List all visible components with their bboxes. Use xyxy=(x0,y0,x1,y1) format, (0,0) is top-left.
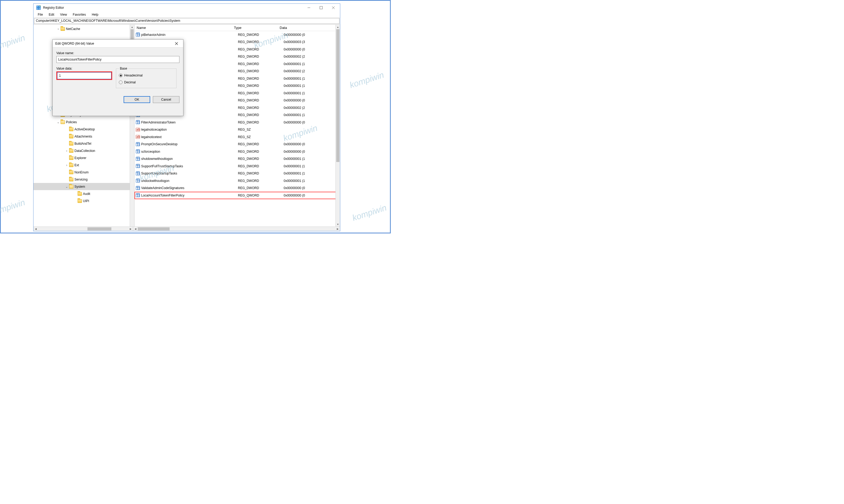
tree-item[interactable]: BuildAndTel xyxy=(34,140,134,147)
titlebar[interactable]: Registry Editor xyxy=(34,4,340,12)
tree-item[interactable]: ›Ext xyxy=(34,161,134,168)
tree-item[interactable]: Audit xyxy=(34,190,134,197)
svg-text:110: 110 xyxy=(136,121,140,125)
tree-item[interactable]: ›DataCollection xyxy=(34,147,134,154)
reg-sz-icon: ab xyxy=(136,127,140,132)
value-type: REG_SZ xyxy=(238,128,283,131)
value-data-label: Value data: xyxy=(56,67,112,70)
chevron-down-icon[interactable]: ⌄ xyxy=(65,185,69,188)
col-type[interactable]: Type xyxy=(233,26,279,30)
svg-rect-4 xyxy=(39,8,40,10)
value-type: REG_DWORD xyxy=(238,172,283,175)
menu-view[interactable]: View xyxy=(57,12,70,17)
value-data-input[interactable] xyxy=(57,72,111,79)
svg-text:ab: ab xyxy=(136,128,140,131)
registry-value-row[interactable]: 011110ValidateAdminCodeSignaturesREG_DWO… xyxy=(135,184,340,192)
scroll-left-icon[interactable]: ◀ xyxy=(34,227,38,231)
value-type: REG_DWORD xyxy=(238,55,283,58)
radio-hexadecimal[interactable]: Hexadecimal xyxy=(119,72,174,79)
scroll-thumb[interactable] xyxy=(87,227,111,231)
tree-item-label: Attachments xyxy=(74,134,92,138)
close-button[interactable] xyxy=(327,4,340,12)
value-type: REG_DWORD xyxy=(238,77,283,80)
tree-item[interactable]: ActiveDesktop xyxy=(34,126,134,133)
list-vertical-scrollbar[interactable]: ▲ ▼ xyxy=(335,25,340,227)
registry-value-row[interactable]: ablegalnoticetextREG_SZ xyxy=(135,133,340,141)
tree-item[interactable]: UIPI xyxy=(34,197,134,204)
menu-help[interactable]: Help xyxy=(89,12,101,17)
address-bar[interactable]: Computer\HKEY_LOCAL_MACHINE\SOFTWARE\Mic… xyxy=(34,18,340,24)
scroll-up-icon[interactable]: ▲ xyxy=(130,25,134,29)
tree-item-label: Audit xyxy=(83,192,90,196)
registry-value-row[interactable]: 011110FilterAdministratorTokenREG_DWORD0… xyxy=(135,119,340,126)
chevron-right-icon[interactable]: › xyxy=(65,163,69,167)
svg-text:110: 110 xyxy=(136,194,140,198)
value-type: REG_DWORD xyxy=(238,113,283,117)
tree-item[interactable]: Explorer xyxy=(34,154,134,161)
dialog-titlebar[interactable]: Edit QWORD (64-bit) Value xyxy=(53,39,183,48)
chevron-down-icon[interactable]: ⌄ xyxy=(56,120,60,124)
value-type: REG_DWORD xyxy=(238,186,283,190)
regedit-app-icon xyxy=(36,5,41,10)
value-type: REG_SZ xyxy=(238,135,283,139)
value-type: REG_DWORD xyxy=(238,121,283,124)
registry-value-row[interactable]: 011110ptBehaviorAdminREG_DWORD0x00000000… xyxy=(135,31,340,38)
scroll-right-icon[interactable]: ▶ xyxy=(335,227,340,231)
registry-value-row[interactable]: 011110PromptOnSecureDesktopREG_DWORD0x00… xyxy=(135,141,340,148)
maximize-button[interactable] xyxy=(315,4,327,12)
value-name: FilterAdministratorToken xyxy=(141,121,238,124)
value-data: 0x00000001 (1 xyxy=(283,77,340,80)
scroll-right-icon[interactable]: ▶ xyxy=(128,227,133,231)
value-name: ptBehaviorAdmin xyxy=(141,33,238,37)
folder-icon xyxy=(61,120,65,124)
value-data-highlight xyxy=(56,71,112,80)
horizontal-scrollbar[interactable]: ◀ ▶ ◀ ▶ xyxy=(34,227,340,231)
registry-value-row[interactable]: 011110undockwithoutlogonREG_DWORD0x00000… xyxy=(135,177,340,184)
radio-decimal[interactable]: Decimal xyxy=(119,79,174,86)
scroll-thumb[interactable] xyxy=(336,29,340,162)
value-data: 0x00000001 (1 xyxy=(283,157,340,161)
registry-value-row[interactable]: 011110scforceoptionREG_DWORD0x00000000 (… xyxy=(135,148,340,155)
value-name-input[interactable] xyxy=(56,56,179,63)
tree-item[interactable]: ⌄System xyxy=(34,183,134,190)
scroll-up-icon[interactable]: ▲ xyxy=(336,25,340,29)
reg-dword-icon: 011110 xyxy=(136,171,140,176)
value-type: REG_DWORD xyxy=(238,157,283,161)
value-type: REG_DWORD xyxy=(238,150,283,154)
menu-file[interactable]: File xyxy=(35,12,46,17)
value-name: legalnoticetext xyxy=(141,135,238,139)
list-header[interactable]: Name Type Data xyxy=(135,25,340,31)
col-data[interactable]: Data xyxy=(279,26,340,30)
chevron-right-icon[interactable]: › xyxy=(56,27,60,31)
tree-item[interactable]: ›NetCache xyxy=(34,25,134,32)
scroll-thumb[interactable] xyxy=(138,227,170,231)
value-data: 0x00000000 (0 xyxy=(283,121,340,124)
registry-value-row[interactable]: 011110SupportFullTrustStartupTasksREG_DW… xyxy=(135,163,340,170)
registry-value-row[interactable]: ablegalnoticecaptionREG_SZ xyxy=(135,126,340,133)
menu-favorites[interactable]: Favorites xyxy=(70,12,88,17)
registry-value-row[interactable]: 011110SupportUwpStartupTasksREG_DWORD0x0… xyxy=(135,170,340,177)
reg-dword-icon: 011110 xyxy=(136,164,140,168)
dialog-close-button[interactable] xyxy=(173,39,180,48)
folder-icon xyxy=(69,149,73,153)
minimize-button[interactable] xyxy=(303,4,315,12)
scroll-down-icon[interactable]: ▼ xyxy=(336,222,340,227)
svg-rect-3 xyxy=(37,8,38,10)
value-data: 0x00000002 (2 xyxy=(283,55,340,58)
watermark: kompiwin xyxy=(351,203,388,223)
tree-item[interactable]: ⌄Policies xyxy=(34,119,134,126)
tree-item[interactable]: NonEnum xyxy=(34,168,134,176)
registry-value-row[interactable]: 011110shutdownwithoutlogonREG_DWORD0x000… xyxy=(135,155,340,163)
folder-icon xyxy=(69,142,73,145)
chevron-right-icon[interactable]: › xyxy=(65,149,69,153)
tree-item[interactable]: Servicing xyxy=(34,176,134,183)
registry-value-row[interactable]: 011110LocalAccountTokenFilterPolicyREG_Q… xyxy=(135,192,340,199)
col-name[interactable]: Name xyxy=(136,26,233,30)
cancel-button[interactable]: Cancel xyxy=(153,96,179,103)
ok-button[interactable]: OK xyxy=(124,96,150,103)
radio-icon xyxy=(119,80,123,84)
tree-item[interactable]: Attachments xyxy=(34,133,134,140)
folder-icon xyxy=(69,185,73,188)
menu-edit[interactable]: Edit xyxy=(46,12,57,17)
scroll-left-icon[interactable]: ◀ xyxy=(133,227,138,231)
